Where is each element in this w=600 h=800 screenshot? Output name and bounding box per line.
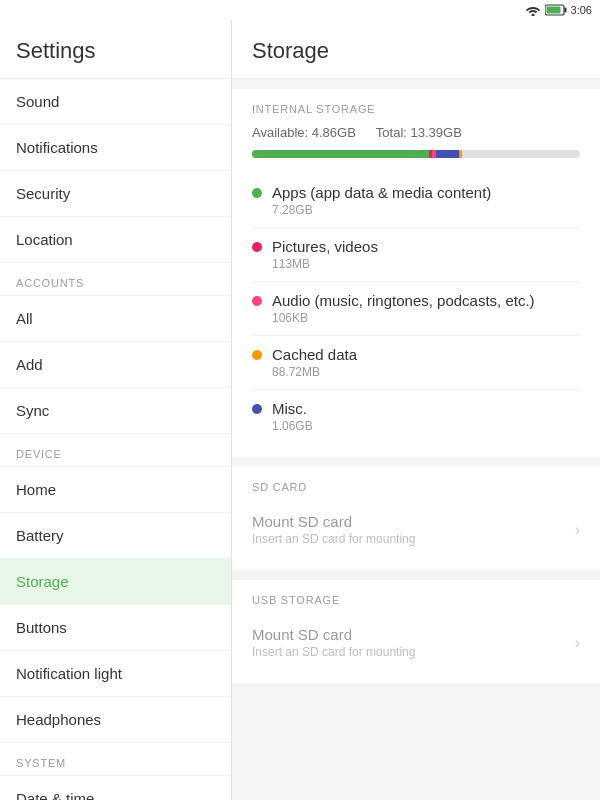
pictures-name: Pictures, videos — [272, 238, 378, 255]
device-section-label: DEVICE — [0, 434, 231, 467]
misc-name: Misc. — [272, 400, 307, 417]
bar-apps — [252, 150, 429, 158]
sidebar-item-add[interactable]: Add — [0, 342, 231, 388]
battery-icon — [545, 4, 567, 16]
status-icons: 3:06 — [525, 4, 592, 16]
mount-sd-card-text: Mount SD card Insert an SD card for moun… — [252, 513, 415, 546]
status-bar: 3:06 — [0, 0, 600, 20]
storage-bar — [252, 150, 580, 158]
sd-card-section: SD CARD Mount SD card Insert an SD card … — [232, 467, 600, 570]
storage-item-cached: Cached data 88.72MB — [252, 336, 580, 390]
storage-item-apps: Apps (app data & media content) 7.28GB — [252, 174, 580, 228]
svg-point-0 — [531, 14, 534, 17]
page-title: Storage — [232, 20, 600, 79]
misc-size: 1.06GB — [272, 419, 580, 433]
sidebar-item-all[interactable]: All — [0, 296, 231, 342]
sidebar-item-headphones[interactable]: Headphones — [0, 697, 231, 743]
mount-usb-sub: Insert an SD card for mounting — [252, 645, 415, 659]
sidebar-item-storage[interactable]: Storage — [0, 559, 231, 605]
sd-card-label: SD CARD — [252, 481, 580, 493]
sidebar-item-security[interactable]: Security — [0, 171, 231, 217]
total-text: Total: 13.39GB — [376, 125, 462, 140]
apps-size: 7.28GB — [272, 203, 580, 217]
main-layout: Settings Sound Notifications Security Lo… — [0, 20, 600, 800]
mount-sd-card-sub: Insert an SD card for mounting — [252, 532, 415, 546]
storage-item-misc: Misc. 1.06GB — [252, 390, 580, 443]
sidebar-item-date-time[interactable]: Date & time — [0, 776, 231, 800]
cached-name: Cached data — [272, 346, 357, 363]
pictures-size: 113MB — [272, 257, 580, 271]
time-display: 3:06 — [571, 4, 592, 16]
dot-cached — [252, 350, 262, 360]
sidebar-item-sound[interactable]: Sound — [0, 79, 231, 125]
dot-apps — [252, 188, 262, 198]
content-area: Storage INTERNAL STORAGE Available: 4.86… — [232, 20, 600, 800]
internal-storage-section: INTERNAL STORAGE Available: 4.86GB Total… — [232, 89, 600, 457]
sidebar-item-location[interactable]: Location — [0, 217, 231, 263]
sidebar-item-sync[interactable]: Sync — [0, 388, 231, 434]
storage-availability: Available: 4.86GB Total: 13.39GB — [252, 125, 580, 140]
dot-pictures — [252, 242, 262, 252]
mount-usb-text: Mount SD card Insert an SD card for moun… — [252, 626, 415, 659]
svg-rect-2 — [564, 8, 566, 13]
sidebar-item-buttons[interactable]: Buttons — [0, 605, 231, 651]
sidebar-item-notifications[interactable]: Notifications — [0, 125, 231, 171]
usb-storage-label: USB STORAGE — [252, 594, 580, 606]
usb-storage-section: USB STORAGE Mount SD card Insert an SD c… — [232, 580, 600, 683]
storage-item-pictures: Pictures, videos 113MB — [252, 228, 580, 282]
mount-usb-title: Mount SD card — [252, 626, 415, 643]
mount-usb-item[interactable]: Mount SD card Insert an SD card for moun… — [252, 616, 580, 669]
dot-misc — [252, 404, 262, 414]
audio-size: 106KB — [272, 311, 580, 325]
sidebar-item-notification-light[interactable]: Notification light — [0, 651, 231, 697]
dot-audio — [252, 296, 262, 306]
mount-sd-card-title: Mount SD card — [252, 513, 415, 530]
sidebar-title: Settings — [0, 20, 231, 79]
sidebar-item-home[interactable]: Home — [0, 467, 231, 513]
sidebar: Settings Sound Notifications Security Lo… — [0, 20, 232, 800]
storage-item-audio: Audio (music, ringtones, podcasts, etc.)… — [252, 282, 580, 336]
bar-misc — [459, 150, 462, 158]
chevron-right-icon-usb: › — [575, 634, 580, 652]
internal-storage-label: INTERNAL STORAGE — [252, 103, 580, 115]
audio-name: Audio (music, ringtones, podcasts, etc.) — [272, 292, 535, 309]
sidebar-item-battery[interactable]: Battery — [0, 513, 231, 559]
mount-sd-card-item[interactable]: Mount SD card Insert an SD card for moun… — [252, 503, 580, 556]
bar-cached — [436, 150, 459, 158]
chevron-right-icon: › — [575, 521, 580, 539]
system-section-label: SYSTEM — [0, 743, 231, 776]
apps-name: Apps (app data & media content) — [272, 184, 491, 201]
available-text: Available: 4.86GB — [252, 125, 356, 140]
accounts-section-label: ACCOUNTS — [0, 263, 231, 296]
cached-size: 88.72MB — [272, 365, 580, 379]
svg-rect-3 — [546, 7, 560, 14]
wifi-icon — [525, 4, 541, 16]
